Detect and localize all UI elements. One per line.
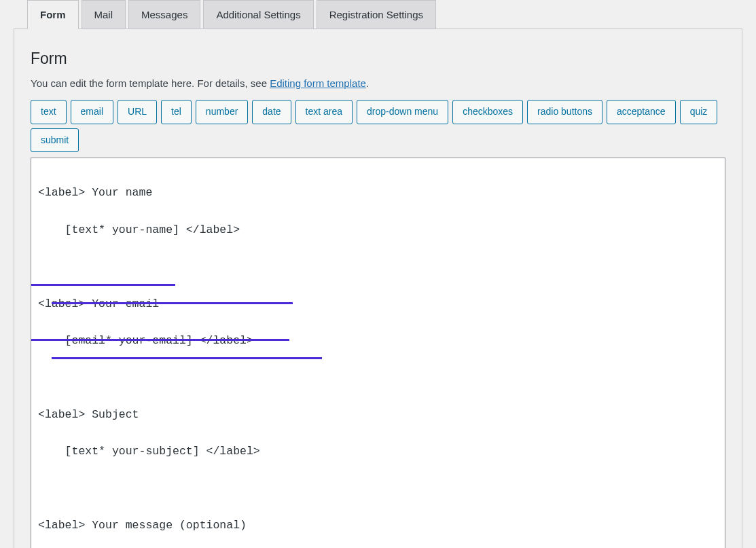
tab-additional-settings[interactable]: Additional Settings: [203, 0, 313, 29]
editing-form-template-link[interactable]: Editing form template: [270, 77, 366, 89]
desc-prefix: You can edit the form template here. For…: [31, 77, 270, 89]
tag-date-button[interactable]: date: [252, 100, 291, 124]
form-panel: Form You can edit the form template here…: [14, 29, 742, 548]
tabs-bar: Form Mail Messages Additional Settings R…: [14, 0, 742, 29]
annotation-strike-line: [31, 339, 289, 341]
desc-suffix: .: [366, 77, 369, 89]
panel-heading: Form: [31, 50, 725, 68]
tag-textarea-button[interactable]: text area: [295, 100, 353, 124]
editor-line: [email* your-email] </label>: [38, 331, 718, 350]
annotation-strike-line: [52, 302, 293, 304]
tab-form[interactable]: Form: [27, 0, 79, 29]
tag-number-button[interactable]: number: [196, 100, 248, 124]
editor-line: [38, 369, 718, 387]
tag-buttons-row: text email URL tel number date text area…: [31, 100, 725, 152]
tag-tel-button[interactable]: tel: [161, 100, 192, 124]
tab-messages[interactable]: Messages: [128, 0, 200, 29]
tag-url-button[interactable]: URL: [118, 100, 157, 124]
editor-line: [38, 257, 718, 276]
annotation-strike-line: [31, 284, 175, 286]
tag-checkboxes-button[interactable]: checkboxes: [452, 100, 523, 124]
editor-line: [text* your-subject] </label>: [38, 442, 718, 460]
tab-mail[interactable]: Mail: [82, 0, 126, 29]
panel-description: You can edit the form template here. For…: [31, 77, 725, 89]
editor-line: [text* your-name] </label>: [38, 221, 718, 239]
form-template-editor[interactable]: <label> Your name [text* your-name] </la…: [31, 158, 725, 548]
tag-dropdown-button[interactable]: drop-down menu: [357, 100, 448, 124]
tag-quiz-button[interactable]: quiz: [680, 100, 718, 124]
tag-submit-button[interactable]: submit: [31, 128, 79, 153]
tag-radio-button[interactable]: radio buttons: [527, 100, 602, 124]
editor-line: <label> Your name: [38, 183, 718, 202]
tag-acceptance-button[interactable]: acceptance: [607, 100, 676, 124]
editor-line: <label> Subject: [38, 405, 718, 424]
annotation-strike-line: [52, 357, 322, 359]
tag-email-button[interactable]: email: [71, 100, 113, 124]
tag-text-button[interactable]: text: [31, 100, 67, 124]
editor-line: <label> Your message (optional): [38, 516, 718, 534]
tab-registration-settings[interactable]: Registration Settings: [317, 0, 436, 29]
editor-line: [38, 479, 718, 498]
